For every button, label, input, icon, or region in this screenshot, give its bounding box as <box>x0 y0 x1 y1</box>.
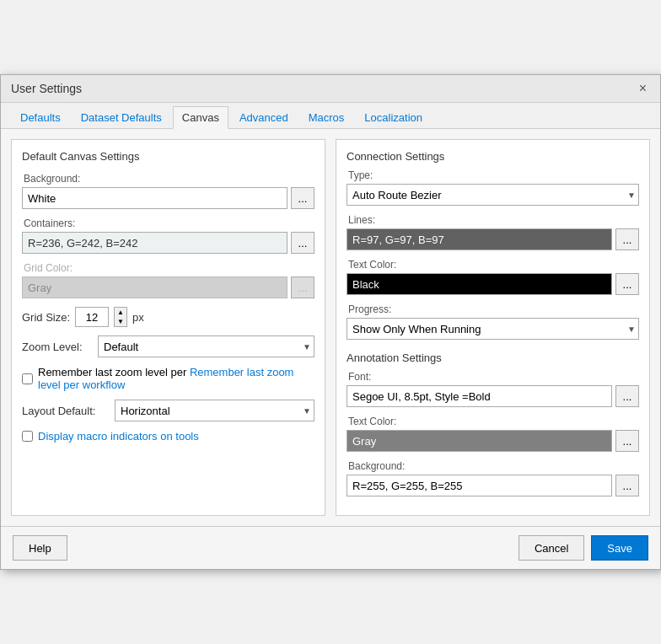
footer-buttons: Cancel Save <box>519 535 648 561</box>
grid-color-dots-button[interactable]: ... <box>291 276 314 298</box>
connection-text-color-label: Text Color: <box>347 259 639 271</box>
annotation-bg-label: Background: <box>347 460 639 472</box>
type-select-wrapper: Auto Route Bezier Direct Curved Orthogon… <box>347 184 639 206</box>
main-content: Default Canvas Settings Background: ... … <box>1 129 660 526</box>
annotation-settings-title: Annotation Settings <box>347 352 639 364</box>
grid-size-unit: px <box>132 311 144 324</box>
layout-select-wrapper: Horizontal Vertical ▼ <box>115 400 314 421</box>
zoom-select[interactable]: Default 50% 75% 100% 125% 150% 200% <box>98 335 314 357</box>
zoom-select-wrapper: Default 50% 75% 100% 125% 150% 200% ▼ <box>98 335 314 357</box>
lines-label: Lines: <box>347 214 639 226</box>
annotation-text-color-label: Text Color: <box>347 416 639 427</box>
grid-size-spinner: ▲ ▼ <box>114 307 127 327</box>
containers-dots-button[interactable]: ... <box>291 232 314 254</box>
remember-zoom-checkbox[interactable] <box>22 373 33 384</box>
font-group: Font: ... <box>347 371 639 407</box>
display-macro-row: Display macro indicators on tools <box>22 430 314 443</box>
layout-row: Layout Default: Horizontal Vertical ▼ <box>22 400 314 421</box>
background-label: Background: <box>22 173 314 185</box>
tab-advanced[interactable]: Advanced <box>230 106 298 128</box>
background-dots-button[interactable]: ... <box>291 187 314 209</box>
font-input[interactable] <box>347 385 612 407</box>
containers-row: ... <box>22 232 314 254</box>
display-macro-link[interactable]: Display macro indicators on tools <box>38 430 199 443</box>
progress-group: Progress: Show Only When Running Always … <box>347 303 639 340</box>
grid-color-group: Grid Color: ... <box>22 262 314 298</box>
background-group: Background: ... <box>22 173 314 209</box>
help-button[interactable]: Help <box>13 535 67 561</box>
font-row: ... <box>347 385 639 407</box>
annotation-text-color-dots-button[interactable]: ... <box>615 430 639 452</box>
containers-group: Containers: ... <box>22 217 314 254</box>
type-label: Type: <box>347 169 639 181</box>
lines-dots-button[interactable]: ... <box>615 228 639 250</box>
grid-color-label: Grid Color: <box>22 262 314 274</box>
grid-size-up-button[interactable]: ▲ <box>115 308 126 317</box>
layout-select[interactable]: Horizontal Vertical <box>115 400 314 421</box>
annotation-text-color-input[interactable] <box>347 430 612 452</box>
containers-label: Containers: <box>22 217 314 229</box>
lines-row: ... <box>347 228 639 250</box>
grid-size-row: Grid Size: ▲ ▼ px <box>22 307 314 327</box>
font-label: Font: <box>347 371 639 383</box>
tab-bar: Defaults Dataset Defaults Canvas Advance… <box>1 103 660 129</box>
annotation-text-color-group: Text Color: ... <box>347 416 639 452</box>
progress-select-wrapper: Show Only When Running Always Show Never… <box>347 318 639 340</box>
remember-zoom-label: Remember last zoom level per Remember la… <box>38 366 314 391</box>
display-macro-checkbox[interactable] <box>22 431 33 442</box>
zoom-label: Zoom Level: <box>22 341 89 353</box>
progress-select[interactable]: Show Only When Running Always Show Never… <box>347 318 639 340</box>
tab-canvas[interactable]: Canvas <box>173 106 228 129</box>
left-panel: Default Canvas Settings Background: ... … <box>11 139 325 516</box>
annotation-bg-row: ... <box>347 475 639 496</box>
footer: Help Cancel Save <box>1 526 660 569</box>
grid-color-input[interactable] <box>22 276 288 298</box>
grid-size-label: Grid Size: <box>22 311 70 324</box>
lines-input[interactable] <box>347 228 612 250</box>
type-group: Type: Auto Route Bezier Direct Curved Or… <box>347 169 639 206</box>
grid-color-row: ... <box>22 276 314 298</box>
annotation-bg-dots-button[interactable]: ... <box>615 475 639 496</box>
layout-default-label: Layout Default: <box>22 405 106 417</box>
zoom-row: Zoom Level: Default 50% 75% 100% 125% 15… <box>22 335 314 357</box>
right-panel: Connection Settings Type: Auto Route Bez… <box>336 139 650 516</box>
save-button[interactable]: Save <box>591 535 648 561</box>
close-button[interactable]: × <box>636 82 650 95</box>
remember-zoom-row: Remember last zoom level per Remember la… <box>22 366 314 391</box>
background-row: ... <box>22 187 314 209</box>
title-bar: User Settings × <box>1 75 660 103</box>
connection-settings-title: Connection Settings <box>347 150 639 163</box>
connection-text-color-dots-button[interactable]: ... <box>615 273 639 295</box>
containers-input[interactable] <box>22 232 288 254</box>
tab-dataset-defaults[interactable]: Dataset Defaults <box>72 106 171 128</box>
cancel-button[interactable]: Cancel <box>519 535 584 561</box>
annotation-bg-group: Background: ... <box>347 460 639 496</box>
tab-defaults[interactable]: Defaults <box>11 106 70 128</box>
type-select[interactable]: Auto Route Bezier Direct Curved Orthogon… <box>347 184 639 206</box>
connection-text-color-row: ... <box>347 273 639 295</box>
display-macro-label: Display macro indicators on tools <box>38 430 199 443</box>
tab-localization[interactable]: Localization <box>355 106 432 128</box>
lines-group: Lines: ... <box>347 214 639 250</box>
tab-macros[interactable]: Macros <box>299 106 354 128</box>
user-settings-dialog: User Settings × Defaults Dataset Default… <box>0 74 661 570</box>
left-panel-title: Default Canvas Settings <box>22 150 314 163</box>
font-dots-button[interactable]: ... <box>615 385 639 407</box>
grid-size-down-button[interactable]: ▼ <box>115 317 126 326</box>
connection-text-color-input[interactable] <box>347 273 612 295</box>
dialog-title: User Settings <box>11 82 82 95</box>
background-input[interactable] <box>22 187 288 209</box>
workflow-link[interactable]: Remember last zoom level per workflow <box>38 366 293 391</box>
annotation-bg-input[interactable] <box>347 475 612 496</box>
annotation-text-color-row: ... <box>347 430 639 452</box>
progress-label: Progress: <box>347 303 639 315</box>
grid-size-input[interactable] <box>75 307 109 327</box>
connection-text-color-group: Text Color: ... <box>347 259 639 295</box>
